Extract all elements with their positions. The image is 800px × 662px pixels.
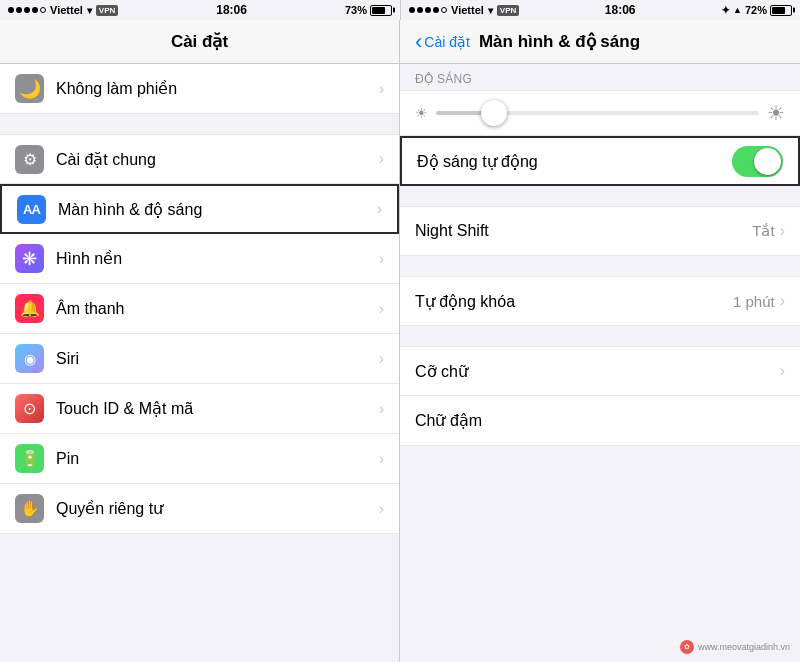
right-nav-prev-label[interactable]: Cài đặt — [424, 34, 470, 50]
right-status-left: Viettel ▾ VPN — [409, 4, 519, 16]
do-not-disturb-chevron: › — [379, 80, 384, 98]
siri-icon: ◉ — [15, 344, 44, 373]
group-spacer-1 — [0, 114, 399, 134]
left-vpn-badge: VPN — [96, 5, 118, 16]
r-signal-dot-5 — [441, 7, 447, 13]
right-row-auto-lock[interactable]: Tự động khóa 1 phút › — [400, 276, 800, 326]
right-nav-title: Màn hình & độ sáng — [479, 31, 640, 52]
right-nav-back-button[interactable]: ‹ Cài đặt — [415, 31, 470, 53]
settings-row-general[interactable]: ⚙ Cài đặt chung › — [0, 134, 399, 184]
right-content: ĐỘ SÁNG ☀ ☀ Độ sáng tự động — [400, 64, 800, 446]
sounds-label: Âm thanh — [56, 300, 374, 318]
right-battery-fill — [772, 7, 785, 14]
sounds-icon: 🔔 — [15, 294, 44, 323]
privacy-label: Quyền riêng tư — [56, 499, 374, 518]
brightness-slider-container[interactable] — [436, 111, 759, 115]
wallpaper-icon: ❋ — [15, 244, 44, 273]
settings-row-do-not-disturb[interactable]: 🌙 Không làm phiền › — [0, 64, 399, 114]
watermark-url: www.meovatgiadinh.vn — [698, 642, 790, 652]
settings-row-sounds[interactable]: 🔔 Âm thanh › — [0, 284, 399, 334]
display-icon: AA — [17, 195, 46, 224]
watermark-logo: ✿ — [680, 640, 694, 654]
right-location-icon: ▲ — [733, 5, 742, 15]
battery-row-chevron: › — [379, 450, 384, 468]
right-panel: ‹ Cài đặt Màn hình & độ sáng ĐỘ SÁNG ☀ — [400, 20, 800, 446]
right-battery-label: 72% — [745, 4, 767, 16]
brightness-row[interactable]: ☀ ☀ — [400, 90, 800, 136]
left-carrier: Viettel — [50, 4, 83, 16]
privacy-chevron: › — [379, 500, 384, 518]
right-wifi-icon: ▾ — [488, 5, 493, 16]
left-nav-bar: Cài đặt — [0, 20, 399, 64]
r-signal-dot-1 — [409, 7, 415, 13]
privacy-icon: ✋ — [15, 494, 44, 523]
signal-dot-1 — [8, 7, 14, 13]
sounds-chevron: › — [379, 300, 384, 318]
left-time: 18:06 — [216, 3, 247, 17]
toggle-thumb — [754, 148, 781, 175]
general-icon: ⚙ — [15, 145, 44, 174]
general-label: Cài đặt chung — [56, 150, 374, 169]
r-signal-dot-2 — [417, 7, 423, 13]
left-nav-title: Cài đặt — [171, 31, 228, 52]
touchid-chevron: › — [379, 400, 384, 418]
touchid-label: Touch ID & Mật mã — [56, 399, 374, 418]
left-signal — [8, 7, 46, 13]
right-signal — [409, 7, 447, 13]
general-chevron: › — [379, 150, 384, 168]
left-status-bar: Viettel ▾ VPN 18:06 73% — [0, 0, 400, 20]
signal-dot-5 — [40, 7, 46, 13]
settings-row-privacy[interactable]: ✋ Quyền riêng tư › — [0, 484, 399, 534]
signal-dot-2 — [16, 7, 22, 13]
right-carrier: Viettel — [451, 4, 484, 16]
status-bars: Viettel ▾ VPN 18:06 73% Viettel ▾ VPN 18 — [0, 0, 800, 20]
right-nav-bar: ‹ Cài đặt Màn hình & độ sáng — [400, 20, 800, 64]
left-battery-fill — [372, 7, 385, 14]
brightness-thumb[interactable] — [481, 100, 507, 126]
auto-brightness-row[interactable]: Độ sáng tự động — [400, 136, 800, 186]
text-size-chevron: › — [780, 362, 785, 380]
left-battery-icon — [370, 5, 392, 16]
right-battery-icon — [770, 5, 792, 16]
settings-row-battery[interactable]: 🔋 Pin › — [0, 434, 399, 484]
right-status-bar: Viettel ▾ VPN 18:06 ✦ ▲ 72% — [400, 0, 800, 20]
display-label: Màn hình & độ sáng — [58, 200, 372, 219]
siri-label: Siri — [56, 350, 374, 368]
night-shift-value: Tắt — [752, 222, 774, 240]
right-vpn-badge: VPN — [497, 5, 519, 16]
right-group-spacer-3 — [400, 326, 800, 346]
right-row-bold-text[interactable]: Chữ đậm — [400, 396, 800, 446]
right-bluetooth-icon: ✦ — [721, 4, 730, 17]
settings-list: 🌙 Không làm phiền › ⚙ Cài đặt chung › AA… — [0, 64, 399, 662]
battery-icon: 🔋 — [15, 444, 44, 473]
right-time: 18:06 — [605, 3, 636, 17]
settings-row-display[interactable]: AA Màn hình & độ sáng › — [0, 184, 399, 234]
r-signal-dot-4 — [433, 7, 439, 13]
auto-brightness-label: Độ sáng tự động — [417, 152, 732, 171]
settings-row-siri[interactable]: ◉ Siri › — [0, 334, 399, 384]
wallpaper-label: Hình nền — [56, 249, 374, 268]
auto-lock-chevron: › — [780, 292, 785, 310]
brightness-high-icon: ☀ — [767, 101, 785, 125]
night-shift-chevron: › — [780, 222, 785, 240]
right-group-spacer-2 — [400, 256, 800, 276]
display-chevron: › — [377, 200, 382, 218]
left-status-right: 73% — [345, 4, 392, 16]
auto-lock-label: Tự động khóa — [415, 292, 733, 311]
right-row-text-size[interactable]: Cỡ chữ › — [400, 346, 800, 396]
siri-chevron: › — [379, 350, 384, 368]
bold-text-label: Chữ đậm — [415, 411, 785, 430]
left-status-left: Viettel ▾ VPN — [8, 4, 118, 16]
brightness-slider[interactable] — [436, 111, 759, 115]
settings-row-touchid[interactable]: ⊙ Touch ID & Mật mã › — [0, 384, 399, 434]
right-row-night-shift[interactable]: Night Shift Tắt › — [400, 206, 800, 256]
right-group-spacer-1 — [400, 186, 800, 206]
do-not-disturb-icon: 🌙 — [15, 74, 44, 103]
settings-row-wallpaper[interactable]: ❋ Hình nền › — [0, 234, 399, 284]
wallpaper-chevron: › — [379, 250, 384, 268]
auto-brightness-toggle[interactable] — [732, 146, 783, 177]
brightness-low-icon: ☀ — [415, 105, 428, 121]
signal-dot-3 — [24, 7, 30, 13]
right-panel-wrapper: ‹ Cài đặt Màn hình & độ sáng ĐỘ SÁNG ☀ — [400, 20, 800, 662]
signal-dot-4 — [32, 7, 38, 13]
